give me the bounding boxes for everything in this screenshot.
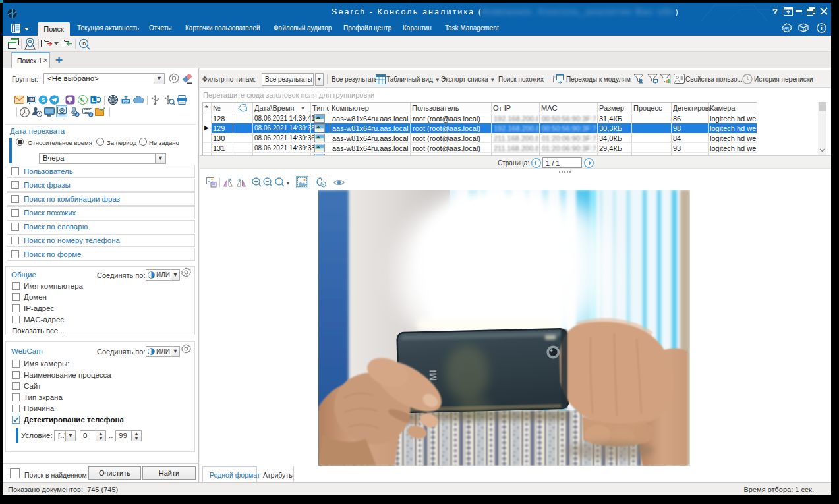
svg-text:HTTP: HTTP — [110, 99, 117, 101]
svg-text:ID: ID — [82, 42, 86, 46]
svg-text:L: L — [92, 97, 96, 103]
svg-text:FTP: FTP — [123, 100, 129, 103]
svg-text:MI: MI — [427, 370, 438, 381]
svg-text:IM: IM — [29, 98, 34, 102]
svg-text:S: S — [41, 97, 45, 103]
svg-text:API: API — [784, 27, 789, 30]
